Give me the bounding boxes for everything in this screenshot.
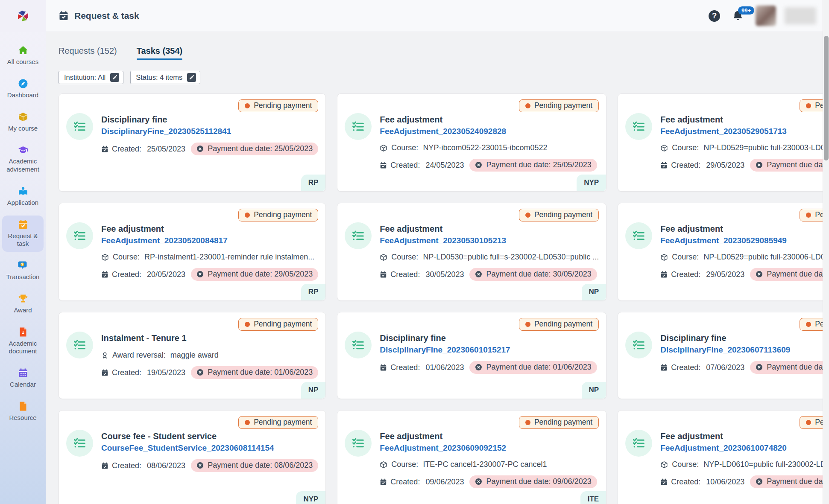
status-row: Pending payment — [66, 99, 318, 112]
created-label: Created: — [671, 270, 700, 279]
course-label: Course: — [672, 253, 699, 262]
card-title: Course fee - Student service — [101, 431, 318, 442]
notifications-button[interactable]: 99+ — [732, 10, 744, 22]
card-meta: Created: 19/05/2023 Payment due date: 01… — [101, 366, 318, 379]
task-card[interactable]: Pending payment Fee adjustment FeeAdjust… — [337, 203, 606, 301]
task-card[interactable]: Pending payment Disciplinary fine Discip… — [337, 312, 606, 399]
edit-icon[interactable] — [187, 73, 196, 82]
created-field: Created: 30/05/2023 — [380, 270, 464, 279]
card-main: Course fee - Student service CourseFee_S… — [66, 430, 318, 472]
status-dot-icon — [806, 322, 811, 327]
task-checklist-icon — [345, 222, 372, 249]
payment-due-text: Payment due date: 25/05/2023 — [486, 160, 591, 169]
status-dot-icon — [245, 103, 250, 108]
task-card[interactable]: Pending payment Disciplinary fine Discip… — [618, 312, 829, 399]
circle-x-icon — [756, 161, 763, 169]
card-meta: Created: 24/05/2023 Payment due date: 25… — [380, 159, 599, 172]
edit-icon[interactable] — [110, 73, 119, 82]
institution-filter-chip[interactable]: Institution: All — [59, 71, 123, 84]
card-reference-link[interactable]: FeeAdjustment_20230529051713 — [660, 127, 787, 136]
sidebar-item-award[interactable]: Award — [2, 290, 44, 318]
circle-x-icon — [196, 462, 204, 469]
user-avatar[interactable] — [756, 6, 776, 26]
status-row: Pending payment — [66, 318, 318, 331]
task-card[interactable]: Pending payment Course fee - Student ser… — [59, 410, 326, 504]
payment-due-badge: Payment due date: 25/05/2023 — [191, 143, 318, 155]
status-dot-icon — [525, 213, 530, 218]
task-card[interactable]: Pending payment Instalment - Tenure 1 Co… — [59, 312, 326, 399]
sidebar-item-dashboard[interactable]: Dashboard — [2, 75, 44, 103]
task-card[interactable]: Pending payment Fee adjustment FeeAdjust… — [59, 203, 326, 301]
status-row: Pending payment — [66, 416, 318, 429]
aperture-logo-icon — [15, 9, 31, 24]
task-card[interactable]: Pending payment Fee adjustment FeeAdjust… — [618, 93, 829, 192]
created-date: 09/06/2023 — [425, 478, 464, 487]
course-value: NYP-LD0610=public full-230002-LD0610=pub… — [703, 460, 829, 469]
course-row: Course: NP-LD0529=public full-230003-LD0… — [660, 143, 829, 152]
task-card[interactable]: Pending payment Disciplinary fine Discip… — [59, 93, 326, 192]
sidebar-item-all-courses[interactable]: All courses — [2, 41, 44, 70]
card-main: Fee adjustment FeeAdjustment_20230609092… — [345, 430, 599, 488]
help-icon[interactable]: ? — [709, 10, 720, 22]
app-logo[interactable] — [0, 0, 46, 32]
card-reference-link[interactable]: DisciplinaryFine_20230525112841 — [101, 127, 231, 136]
card-reference-link[interactable]: FeeAdjustment_20230609092152 — [380, 443, 506, 453]
scrollbar-thumb[interactable] — [824, 36, 829, 160]
task-card[interactable]: Pending payment Fee adjustment FeeAdjust… — [337, 93, 606, 192]
status-filter-chip[interactable]: Status: 4 items — [130, 71, 200, 84]
main-area: Request & task ? 99+ Requests (152) Task… — [46, 0, 829, 504]
topbar: Request & task ? 99+ — [46, 0, 829, 32]
app-root: All courses Dashboard My course Academic… — [0, 0, 829, 504]
payment-due-text: Payment due date: 01/06/2023 — [208, 368, 313, 377]
card-reference-link[interactable]: CourseFee_StudentService_20230608114154 — [101, 443, 274, 453]
reference-row: FeeAdjustment_20230530105213 — [380, 234, 599, 245]
task-card[interactable]: Pending payment Fee adjustment FeeAdjust… — [337, 410, 606, 504]
sidebar-item-resource[interactable]: Resource — [2, 397, 44, 426]
user-name — [785, 7, 816, 24]
sidebar-item-academic-advisement[interactable]: Academic advisement — [2, 141, 44, 178]
task-card[interactable]: Pending payment Fee adjustment FeeAdjust… — [618, 203, 829, 301]
sidebar-item-transaction[interactable]: Transaction — [2, 256, 44, 285]
payment-due-badge: Payment due date: 29/05/2023 — [191, 268, 318, 281]
task-checklist-icon — [625, 113, 652, 140]
payment-due-badge: Payment due date: 29/05/2023 — [750, 159, 829, 172]
card-reference-link[interactable]: FeeAdjustment_20230529085949 — [660, 236, 787, 245]
created-label: Created: — [671, 478, 700, 487]
sidebar-item-application[interactable]: Application — [2, 182, 44, 211]
status-row: Pending payment — [625, 416, 829, 429]
sidebar-item-academic-document[interactable]: Academic document — [2, 323, 44, 360]
card-reference-link[interactable]: FeeAdjustment_20230520084817 — [101, 236, 228, 245]
sidebar-item-request-task[interactable]: Request & task — [2, 216, 44, 252]
calendar-check-icon — [59, 11, 69, 21]
card-reference-link[interactable]: DisciplinaryFine_20230607113609 — [660, 345, 790, 355]
card-reference-link[interactable]: FeeAdjustment_20230524092828 — [380, 127, 506, 136]
card-reference-link[interactable]: DisciplinaryFine_20230601015217 — [380, 345, 510, 355]
calendar-icon — [380, 271, 387, 278]
card-meta: Created: 29/05/2023 Payment due date: 30… — [660, 268, 829, 281]
institution-tag: NP — [301, 382, 326, 399]
sidebar-item-label: All courses — [7, 58, 38, 66]
calendar-icon — [380, 478, 387, 486]
status-row: Pending payment — [345, 99, 599, 112]
notification-count-badge: 99+ — [738, 6, 754, 15]
card-body: Disciplinary fine DisciplinaryFine_20230… — [660, 332, 829, 374]
sidebar-item-calendar[interactable]: Calendar — [2, 364, 44, 393]
tab-requests[interactable]: Requests (152) — [59, 46, 117, 60]
created-label: Created: — [112, 145, 141, 154]
sidebar-item-my-course[interactable]: My course — [2, 108, 44, 137]
created-date: 25/05/2023 — [147, 145, 185, 154]
payment-due-badge: Payment due date: 08/06/2023 — [191, 459, 318, 472]
sidebar-item-label: Application — [7, 199, 38, 207]
card-reference-link[interactable]: FeeAdjustment_20230610074820 — [660, 443, 787, 453]
created-label: Created: — [671, 161, 700, 170]
calendar-icon — [380, 162, 387, 169]
calendar-icon — [101, 462, 108, 469]
card-meta: Created: 20/05/2023 Payment due date: 29… — [101, 268, 318, 281]
task-card[interactable]: Pending payment Fee adjustment FeeAdjust… — [618, 410, 829, 504]
trophy-icon — [18, 294, 28, 304]
card-reference-link[interactable]: FeeAdjustment_20230530105213 — [380, 236, 506, 245]
award-value: maggie award — [170, 351, 219, 360]
circle-x-icon — [756, 271, 763, 278]
course-cube-icon — [660, 253, 668, 261]
tab-tasks[interactable]: Tasks (354) — [137, 46, 182, 60]
